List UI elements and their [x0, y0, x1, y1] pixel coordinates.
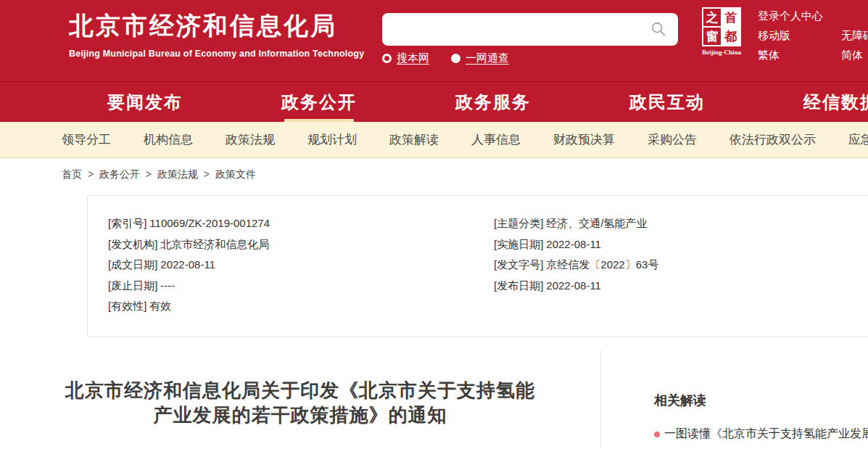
meta-value: ---- — [160, 279, 175, 292]
bullet-dot-icon — [654, 432, 660, 437]
search-area: 搜本网一网通查 — [382, 13, 678, 65]
breadcrumb-separator: > — [143, 168, 154, 180]
subnav-item[interactable]: 财政预决算 — [553, 131, 615, 148]
subnav-item[interactable]: 依法行政双公示 — [729, 131, 816, 148]
meta-row: [发文字号]京经信发〔2022〕63号 — [494, 255, 658, 276]
meta-value: 2022-08-11 — [546, 238, 601, 250]
site-title: 北京市经济和信息化局 — [69, 9, 364, 43]
subnav-item[interactable]: 政策法规 — [226, 131, 275, 148]
login-link[interactable]: 登录个人中心 — [758, 9, 868, 23]
subnav-item[interactable]: 机构信息 — [144, 131, 193, 148]
meta-label: [发文字号] — [494, 258, 543, 271]
related-reading-heading: 相关解读 — [654, 392, 868, 409]
article-main: 北京市经济和信息化局关于印发《北京市关于支持氢能产业发展的若干政策措施》的通知 — [0, 350, 600, 447]
radio-icon[interactable] — [382, 54, 392, 63]
meta-row: [有效性]有效 — [108, 296, 270, 317]
search-scope-option[interactable]: 一网通查 — [451, 52, 509, 65]
nav-item[interactable]: 政民互动 — [580, 82, 754, 122]
nav-item[interactable]: 要闻发布 — [58, 82, 232, 122]
meta-value: 京经信发〔2022〕63号 — [546, 258, 658, 271]
breadcrumb-item[interactable]: 首页 — [62, 168, 82, 180]
search-scope-label: 搜本网 — [397, 52, 429, 65]
nav-item[interactable]: 政务服务 — [406, 82, 580, 122]
site-header: 北京市经济和信息化局 Beijing Municipal Bureau of E… — [0, 0, 868, 81]
logo-char: 窗 — [703, 28, 721, 45]
logo-caption: Beijing-China — [702, 49, 741, 56]
doc-meta-right-column: [主题分类]经济、交通/氢能产业[实施日期]2022-08-11[发文字号]京经… — [494, 213, 658, 296]
meta-value: 2022-08-11 — [546, 279, 601, 292]
simplified-chinese-link[interactable]: 简体 — [841, 49, 868, 62]
meta-row: [废止日期]---- — [108, 276, 270, 297]
meta-label: [索引号] — [108, 217, 146, 229]
subnav-item[interactable]: 人事信息 — [471, 131, 521, 148]
traditional-chinese-link[interactable]: 繁体 — [758, 49, 841, 62]
related-link[interactable]: 一图读懂《北京市关于支持氢能产业发展的若干政策措施》 — [664, 427, 868, 442]
capital-window-logo[interactable]: 之 首 窗 都 Beijing-China — [702, 7, 741, 56]
breadcrumb-item[interactable]: 政策法规 — [157, 168, 198, 180]
meta-row: [成文日期]2022-08-11 — [108, 255, 270, 276]
accessibility-link[interactable]: 无障碍 — [841, 29, 868, 43]
meta-label: [主题分类] — [494, 217, 543, 229]
logo-char: 之 — [703, 9, 721, 26]
brand: 北京市经济和信息化局 Beijing Municipal Bureau of E… — [69, 9, 364, 59]
document-title: 北京市经济和信息化局关于印发《北京市关于支持氢能产业发展的若干政策措施》的通知 — [39, 378, 561, 427]
search-box[interactable] — [382, 13, 678, 46]
meta-row: [发布日期]2022-08-11 — [494, 276, 658, 297]
meta-row: [实施日期]2022-08-11 — [494, 234, 658, 255]
content-area: 北京市经济和信息化局关于印发《北京市关于支持氢能产业发展的若干政策措施》的通知 … — [0, 350, 868, 447]
meta-value: 110069/ZK-2019-001274 — [149, 217, 270, 229]
subnav-item[interactable]: 规划计划 — [307, 131, 357, 148]
doc-meta-left-column: [索引号]110069/ZK-2019-001274[发文机构]北京市经济和信息… — [108, 213, 270, 317]
search-scope-option[interactable]: 搜本网 — [382, 52, 429, 65]
meta-value: 有效 — [149, 300, 171, 312]
search-scope-options: 搜本网一网通查 — [382, 52, 678, 65]
subnav-item[interactable]: 政策解读 — [389, 131, 439, 148]
quick-links: 登录个人中心 移动版 无障碍 繁体 简体 — [758, 9, 868, 62]
nav-item[interactable]: 政务公开 — [232, 82, 406, 122]
subnav-item[interactable]: 领导分工 — [62, 131, 111, 148]
search-scope-label: 一网通查 — [466, 52, 509, 65]
meta-label: [成文日期] — [108, 258, 157, 271]
meta-label: [发文机构] — [108, 238, 157, 250]
meta-value: 2022-08-11 — [160, 258, 215, 271]
meta-label: [废止日期] — [108, 279, 157, 292]
site-subtitle: Beijing Municipal Bureau of Economy and … — [69, 49, 364, 59]
meta-row: [索引号]110069/ZK-2019-001274 — [108, 213, 270, 234]
meta-value: 北京市经济和信息化局 — [160, 238, 269, 250]
doc-meta-box: [索引号]110069/ZK-2019-001274[发文机构]北京市经济和信息… — [87, 195, 868, 337]
document-title-line: 北京市经济和信息化局关于印发《北京市关于支持氢能 — [39, 378, 561, 403]
mobile-version-link[interactable]: 移动版 — [758, 29, 841, 43]
radio-icon[interactable] — [451, 54, 460, 63]
meta-label: [有效性] — [108, 300, 146, 312]
breadcrumb: 首页 > 政务公开 > 政策法规 > 政策文件 — [62, 168, 868, 181]
breadcrumb-item: 政策文件 — [215, 168, 256, 180]
main-nav: 要闻发布政务公开政务服务政民互动经信数据 — [0, 81, 868, 122]
search-icon[interactable] — [650, 21, 666, 37]
related-links-list: 一图读懂《北京市关于支持氢能产业发展的若干政策措施》 — [654, 427, 868, 442]
meta-row: [主题分类]经济、交通/氢能产业 — [494, 213, 658, 234]
breadcrumb-item[interactable]: 政务公开 — [99, 168, 140, 180]
meta-label: [实施日期] — [494, 238, 543, 250]
nav-item[interactable]: 经信数据 — [754, 82, 868, 122]
logo-char: 首 — [722, 9, 740, 26]
meta-value: 经济、交通/氢能产业 — [546, 217, 647, 229]
breadcrumb-separator: > — [201, 168, 212, 180]
document-title-line: 产业发展的若干政策措施》的通知 — [39, 403, 561, 427]
capital-window-grid: 之 首 窗 都 — [702, 7, 741, 46]
logo-char: 都 — [722, 28, 740, 45]
breadcrumb-separator: > — [85, 168, 96, 180]
meta-row: [发文机构]北京市经济和信息化局 — [108, 234, 270, 255]
related-link-item: 一图读懂《北京市关于支持氢能产业发展的若干政策措施》 — [654, 427, 868, 442]
meta-label: [发布日期] — [494, 279, 543, 292]
subnav-item[interactable]: 应急管理 — [848, 131, 868, 148]
sub-nav: 领导分工机构信息政策法规规划计划政策解读人事信息财政预决算采购公告依法行政双公示… — [0, 122, 868, 158]
related-reading-sidebar: 相关解读 一图读懂《北京市关于支持氢能产业发展的若干政策措施》 — [600, 350, 868, 447]
search-input[interactable] — [382, 13, 678, 46]
subnav-item[interactable]: 采购公告 — [648, 131, 697, 148]
